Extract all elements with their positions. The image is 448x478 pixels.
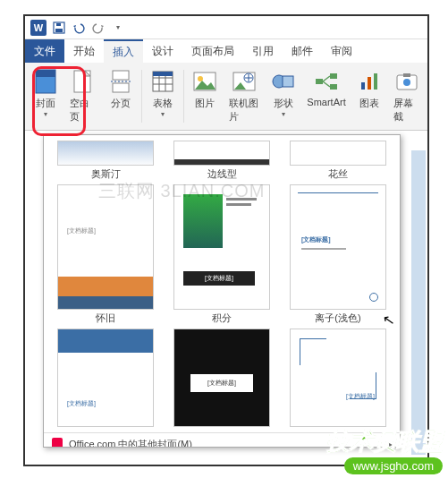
tab-mailings[interactable]: 邮件: [283, 39, 322, 63]
screenshot-button[interactable]: 屏幕截: [388, 66, 426, 126]
ribbon-tabs: 文件 开始 插入 设计 页面布局 引用 邮件 审阅: [25, 39, 427, 63]
cover-label: 花丝: [328, 167, 348, 181]
shapes-button[interactable]: 形状 ▾: [265, 66, 302, 126]
gallery-grid: 奥斯汀 边线型 花丝 [文档标题] 怀旧 [文档标题]: [44, 135, 400, 432]
svg-rect-23: [330, 84, 337, 90]
cover-label: 怀旧: [96, 312, 115, 325]
tab-design[interactable]: 设计: [143, 39, 182, 63]
chart-label: 图表: [359, 97, 379, 110]
cover-label: 积分: [212, 312, 232, 325]
document-canvas: [411, 150, 426, 455]
smartart-label: SmartArt: [307, 97, 345, 107]
cover-label: 奥斯汀: [91, 167, 121, 181]
cover-item-austin[interactable]: 奥斯汀: [49, 141, 162, 181]
cover-page-label: 封面: [36, 97, 55, 110]
cover-item-row3a[interactable]: [文档标题]: [49, 329, 162, 427]
save-icon[interactable]: [52, 21, 66, 35]
qat-customize-icon[interactable]: ▾: [111, 21, 125, 35]
thumb-title-placeholder: [文档标题]: [67, 226, 96, 235]
svg-rect-14: [153, 72, 173, 76]
thumb-title-placeholder: [文档标题]: [67, 399, 96, 408]
svg-rect-29: [403, 73, 410, 77]
quick-access-toolbar: W ▾: [25, 16, 427, 39]
blank-page-icon: [70, 68, 97, 95]
ribbon-separator: [183, 70, 184, 123]
table-icon: [149, 68, 176, 95]
shapes-label: 形状: [274, 97, 293, 110]
screenshot-icon: [393, 68, 420, 95]
thumb-title-placeholder: [文档标题]: [183, 271, 255, 286]
overlay-title: 技术员联盟: [326, 426, 443, 457]
ribbon-insert: 封面 ▾ 空白页 分页 表格 ▾ 图片 联机图片 形状 ▾: [25, 63, 427, 131]
dropdown-arrow-icon: ▾: [282, 110, 285, 118]
cover-item-integral[interactable]: [文档标题] 积分: [165, 184, 278, 325]
online-picture-label: 联机图片: [229, 97, 259, 124]
tab-review[interactable]: 审阅: [322, 39, 361, 63]
svg-rect-1: [55, 29, 63, 32]
page-break-label: 分页: [111, 97, 131, 110]
thumb-title-placeholder: [文档标题]: [346, 392, 375, 401]
tab-file[interactable]: 文件: [25, 39, 64, 63]
svg-rect-22: [330, 73, 337, 79]
chart-button[interactable]: 图表: [351, 66, 388, 126]
page-break-button[interactable]: 分页: [102, 66, 139, 126]
screenshot-label: 屏幕截: [393, 97, 420, 124]
svg-rect-21: [316, 79, 323, 84]
smartart-button[interactable]: SmartArt: [302, 66, 351, 126]
svg-rect-4: [36, 70, 55, 77]
thumb-title-placeholder: [文档标题]: [190, 374, 253, 392]
chart-icon: [356, 68, 383, 95]
blank-page-label: 空白页: [70, 97, 97, 124]
redo-icon[interactable]: [91, 21, 106, 35]
cover-item-row3c[interactable]: [文档标题]: [282, 329, 394, 427]
cover-item-retrospect[interactable]: [文档标题] 怀旧: [49, 184, 162, 325]
cover-label: 离子(浅色): [315, 312, 360, 325]
cover-item-row3b[interactable]: [文档标题]: [165, 329, 278, 427]
cover-item-sideline[interactable]: 边线型: [165, 141, 278, 181]
ribbon-separator: [141, 70, 142, 123]
page-break-icon: [107, 68, 134, 95]
svg-rect-24: [361, 82, 365, 90]
undo-icon[interactable]: [72, 21, 86, 35]
cover-page-gallery: 奥斯汀 边线型 花丝 [文档标题] 怀旧 [文档标题]: [43, 134, 401, 448]
tab-insert[interactable]: 插入: [104, 39, 143, 63]
shapes-icon: [270, 68, 297, 95]
site-logo-overlay: 技术员联盟 www.jsgho.com: [326, 426, 443, 474]
tab-home[interactable]: 开始: [64, 39, 104, 63]
dropdown-arrow-icon: ▾: [44, 110, 47, 118]
svg-rect-25: [368, 77, 371, 90]
cover-page-button[interactable]: 封面 ▾: [27, 66, 64, 126]
table-label: 表格: [153, 97, 173, 110]
cover-page-icon: [32, 68, 59, 95]
svg-rect-2: [56, 23, 61, 26]
svg-rect-7: [113, 83, 129, 92]
blank-page-button[interactable]: 空白页: [64, 66, 102, 126]
svg-point-16: [198, 76, 203, 81]
svg-rect-20: [283, 76, 293, 87]
cover-item-ion-light[interactable]: [文档标题] 离子(浅色): [282, 184, 394, 325]
picture-label: 图片: [195, 97, 215, 110]
tab-references[interactable]: 引用: [243, 39, 283, 63]
online-picture-button[interactable]: 联机图片: [224, 66, 265, 126]
tab-layout[interactable]: 页面布局: [182, 39, 243, 63]
cover-item-filigree[interactable]: 花丝: [282, 141, 394, 181]
word-icon: W: [30, 20, 46, 36]
svg-rect-26: [374, 73, 377, 90]
cover-label: 边线型: [207, 167, 237, 181]
overlay-url: www.jsgho.com: [344, 457, 443, 474]
online-picture-icon: [231, 68, 258, 95]
thumb-title-placeholder: [文档标题]: [301, 235, 331, 244]
office-icon: [51, 437, 63, 448]
smartart-icon: [313, 68, 340, 95]
svg-point-28: [403, 79, 410, 86]
picture-button[interactable]: 图片: [186, 66, 224, 126]
svg-rect-30: [52, 438, 63, 448]
svg-rect-6: [113, 71, 129, 80]
table-button[interactable]: 表格 ▾: [144, 66, 182, 126]
dropdown-arrow-icon: ▾: [161, 110, 165, 118]
more-covers-label: Office.com 中的其他封面(M): [69, 438, 192, 448]
picture-icon: [191, 68, 218, 95]
